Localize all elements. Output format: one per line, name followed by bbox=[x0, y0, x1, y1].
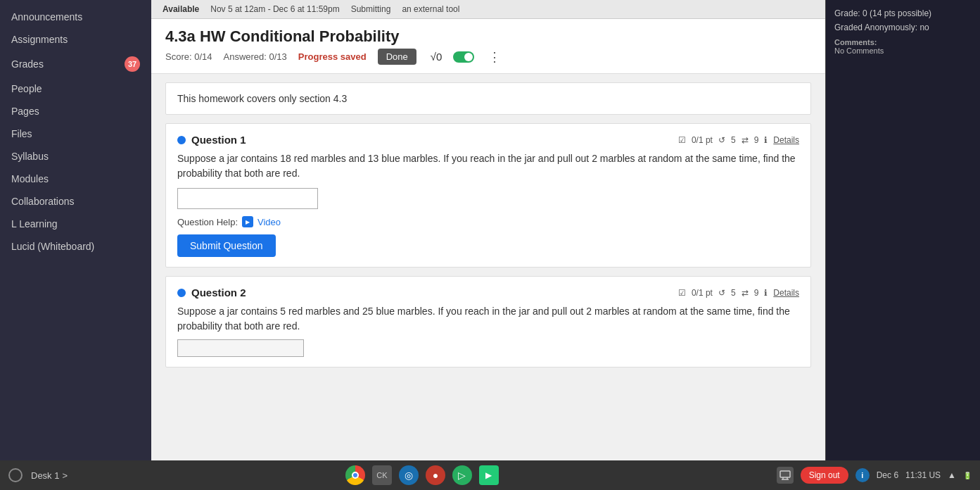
play-icon bbox=[242, 216, 253, 227]
more-options-button[interactable]: ⋮ bbox=[488, 49, 501, 65]
taskbar-circle bbox=[8, 468, 23, 482]
assignment-header: 4.3a HW Conditional Probability Score: 0… bbox=[151, 19, 825, 74]
answered: Answered: 0/13 bbox=[224, 51, 287, 62]
sidebar-item-lucid[interactable]: Lucid (Whiteboard) bbox=[0, 235, 151, 258]
sidebar-item-modules[interactable]: Modules bbox=[0, 168, 151, 190]
submitting-type: an external tool bbox=[402, 4, 459, 14]
sign-out-button[interactable]: Sign out bbox=[801, 467, 848, 484]
grade-info: Grade: 0 (14 pts possible) bbox=[834, 8, 972, 18]
info-text: This homework covers only section 4.3 bbox=[177, 93, 347, 104]
attempt-icon: ⇄ bbox=[742, 135, 749, 145]
q2-text: Suppose a jar contains 5 red marbles and… bbox=[177, 304, 799, 334]
q2-attempts: 9 bbox=[754, 288, 759, 298]
comments-label: Comments: bbox=[834, 38, 972, 46]
monitor-icon[interactable] bbox=[777, 467, 794, 484]
comments-value: No Comments bbox=[834, 46, 972, 55]
question-2-meta: ☑ 0/1 pt ↺ 5 ⇄ 9 ℹ Details bbox=[678, 288, 799, 298]
sidebar-item-grades[interactable]: Grades 37 bbox=[0, 51, 151, 77]
sidebar-item-pages[interactable]: Pages bbox=[0, 100, 151, 122]
taskbar-icons: CK ◎ ● ▷ ▶ bbox=[76, 465, 768, 485]
q2-points: 0/1 pt bbox=[692, 288, 713, 298]
info-icon: ℹ bbox=[764, 135, 768, 145]
desk-label: Desk 1 bbox=[31, 470, 59, 481]
sidebar-item-label: Collaborations bbox=[11, 196, 75, 207]
q2-retry-icon: ↺ bbox=[718, 288, 725, 298]
taskbar: Desk 1 > CK ◎ ● ▷ ▶ Sign out i Dec 6 11:… bbox=[0, 460, 980, 490]
sidebar-item-label: L Learning bbox=[11, 218, 58, 230]
sidebar-item-syllabus[interactable]: Syllabus bbox=[0, 145, 151, 168]
question-1-title: Question 1 bbox=[177, 134, 246, 146]
q1-help-label: Question Help: bbox=[177, 217, 238, 227]
svg-rect-0 bbox=[780, 471, 790, 477]
available-dates: Nov 5 at 12am - Dec 6 at 11:59pm bbox=[210, 4, 339, 14]
q1-retries: 5 bbox=[731, 135, 736, 145]
info-taskbar-icon[interactable]: i bbox=[855, 468, 870, 482]
wifi-icon: ▲ bbox=[948, 470, 956, 480]
sidebar-item-label: Grades bbox=[11, 58, 44, 70]
q2-retries: 5 bbox=[731, 288, 736, 298]
info-box: This homework covers only section 4.3 bbox=[165, 82, 811, 115]
app-icon-red[interactable]: ● bbox=[426, 465, 445, 485]
q2-answer-input[interactable] bbox=[177, 339, 304, 357]
question-2-title: Question 2 bbox=[177, 287, 246, 299]
top-bar: Available Nov 5 at 12am - Dec 6 at 11:59… bbox=[151, 0, 825, 19]
assignment-title: 4.3a HW Conditional Probability bbox=[165, 27, 811, 46]
video-link[interactable]: Video bbox=[257, 217, 281, 227]
sidebar-item-assignments[interactable]: Assignments bbox=[0, 28, 151, 51]
available-label: Available bbox=[163, 4, 199, 14]
submit-question-1-button[interactable]: Submit Question bbox=[177, 234, 276, 257]
sidebar-item-label: Pages bbox=[11, 106, 39, 117]
sqrt-icon: √0 bbox=[431, 51, 443, 63]
question-2-label: Question 2 bbox=[191, 287, 246, 299]
sidebar-item-collaborations[interactable]: Collaborations bbox=[0, 190, 151, 213]
question-2-header: Question 2 ☑ 0/1 pt ↺ 5 ⇄ 9 ℹ Details bbox=[177, 287, 799, 299]
q1-details-link[interactable]: Details bbox=[773, 135, 799, 145]
sidebar-item-label: Files bbox=[11, 128, 32, 139]
sidebar-item-announcements[interactable]: Announcements bbox=[0, 6, 151, 28]
network-icon[interactable]: ◎ bbox=[399, 465, 419, 485]
toggle-switch[interactable] bbox=[453, 51, 474, 63]
question-1-header: Question 1 ☑ 0/1 pt ↺ 5 ⇄ 9 ℹ Details bbox=[177, 134, 799, 146]
q1-points: 0/1 pt bbox=[692, 135, 713, 145]
taskbar-right: Sign out i Dec 6 11:31 US ▲ 🔋 bbox=[777, 467, 972, 484]
battery-icon: 🔋 bbox=[963, 472, 972, 479]
checkbox-icon: ☑ bbox=[678, 135, 686, 145]
q2-details-link[interactable]: Details bbox=[773, 288, 799, 298]
question-1-label: Question 1 bbox=[191, 134, 246, 146]
retry-icon: ↺ bbox=[718, 135, 725, 145]
sidebar-item-label: Syllabus bbox=[11, 151, 49, 162]
app-icon-green[interactable]: ▷ bbox=[452, 465, 472, 485]
sidebar-item-llearning[interactable]: L Learning bbox=[0, 213, 151, 235]
q1-attempts: 9 bbox=[754, 135, 759, 145]
sidebar: Announcements Assignments Grades 37 Peop… bbox=[0, 0, 151, 460]
taskbar-date: Dec 6 bbox=[877, 470, 898, 480]
grades-badge: 37 bbox=[125, 56, 140, 72]
question-1-dot bbox=[177, 136, 186, 144]
progress-saved: Progress saved bbox=[298, 51, 367, 62]
sidebar-item-label: Announcements bbox=[11, 11, 82, 23]
main-content: Available Nov 5 at 12am - Dec 6 at 11:59… bbox=[151, 0, 825, 460]
taskbar-desk[interactable]: Desk 1 > bbox=[31, 470, 68, 481]
graded-anonymously: Graded Anonymously: no bbox=[834, 23, 972, 32]
taskbar-time: 11:31 US bbox=[905, 470, 941, 480]
sidebar-item-label: Assignments bbox=[11, 34, 68, 45]
q1-text: Suppose a jar contains 18 red marbles an… bbox=[177, 151, 799, 181]
assignment-meta: Score: 0/14 Answered: 0/13 Progress save… bbox=[165, 49, 811, 65]
q2-checkbox-icon: ☑ bbox=[678, 288, 686, 298]
q1-help: Question Help: Video bbox=[177, 216, 799, 227]
q2-attempt-icon: ⇄ bbox=[742, 288, 749, 298]
sidebar-item-people[interactable]: People bbox=[0, 77, 151, 100]
ck-icon[interactable]: CK bbox=[372, 465, 392, 485]
score: Score: 0/14 bbox=[165, 51, 212, 62]
chrome-icon[interactable] bbox=[345, 465, 365, 485]
question-1-block: Question 1 ☑ 0/1 pt ↺ 5 ⇄ 9 ℹ Details Su… bbox=[165, 123, 811, 268]
submitting-label: Submitting bbox=[351, 4, 391, 14]
done-button[interactable]: Done bbox=[378, 49, 416, 65]
q1-answer-input[interactable] bbox=[177, 188, 318, 209]
question-1-meta: ☑ 0/1 pt ↺ 5 ⇄ 9 ℹ Details bbox=[678, 135, 799, 145]
play-store-icon[interactable]: ▶ bbox=[479, 465, 499, 485]
sidebar-item-label: People bbox=[11, 83, 42, 94]
question-2-block: Question 2 ☑ 0/1 pt ↺ 5 ⇄ 9 ℹ Details Su… bbox=[165, 276, 811, 367]
sidebar-item-files[interactable]: Files bbox=[0, 122, 151, 145]
sidebar-item-label: Modules bbox=[11, 173, 49, 184]
